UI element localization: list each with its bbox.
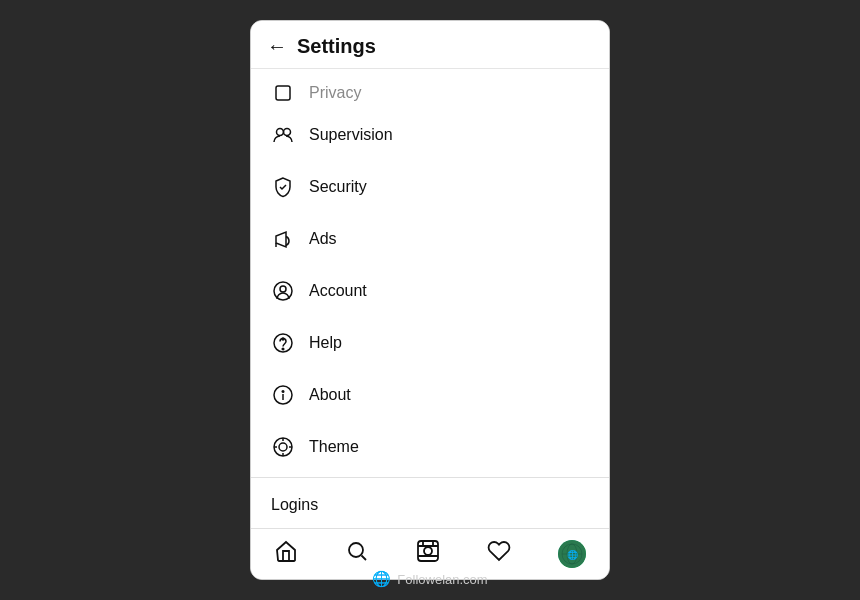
svg-point-8 — [282, 348, 284, 350]
menu-item-security[interactable]: Security — [251, 161, 609, 213]
menu-item-ads[interactable]: Ads — [251, 213, 609, 265]
nav-search-icon[interactable] — [345, 539, 369, 569]
about-label: About — [309, 386, 351, 404]
menu-item-about[interactable]: About — [251, 369, 609, 421]
svg-point-19 — [349, 543, 363, 557]
about-icon — [271, 383, 295, 407]
nav-avatar[interactable]: 🌐 — [558, 540, 586, 568]
supervision-icon — [271, 123, 295, 147]
svg-point-13 — [279, 443, 287, 451]
phone-container: ← Settings Privacy — [250, 20, 610, 580]
nav-reels-icon[interactable] — [416, 539, 440, 569]
svg-point-2 — [284, 129, 291, 136]
svg-point-11 — [282, 391, 284, 393]
svg-rect-0 — [276, 86, 290, 100]
watermark-globe-icon: 🌐 — [372, 570, 391, 588]
logins-label: Logins — [271, 496, 318, 514]
svg-point-5 — [280, 286, 286, 292]
menu-list: Privacy Supervision — [251, 69, 609, 528]
account-icon — [271, 279, 295, 303]
ads-icon — [271, 227, 295, 251]
settings-header: ← Settings — [251, 21, 609, 69]
back-button[interactable]: ← — [267, 35, 287, 58]
section-divider — [251, 477, 609, 478]
security-label: Security — [309, 178, 367, 196]
privacy-icon — [271, 81, 295, 105]
nav-home-icon[interactable] — [274, 539, 298, 569]
svg-rect-21 — [418, 541, 438, 561]
help-icon — [271, 331, 295, 355]
menu-item-help[interactable]: Help — [251, 317, 609, 369]
security-icon — [271, 175, 295, 199]
screen-wrapper: ← Settings Privacy — [0, 0, 860, 600]
help-label: Help — [309, 334, 342, 352]
menu-item-supervision[interactable]: Supervision — [251, 109, 609, 161]
ads-label: Ads — [309, 230, 337, 248]
svg-text:🌐: 🌐 — [566, 549, 578, 561]
svg-point-1 — [277, 129, 284, 136]
supervision-label: Supervision — [309, 126, 393, 144]
theme-label: Theme — [309, 438, 359, 456]
account-label: Account — [309, 282, 367, 300]
svg-line-20 — [362, 556, 367, 561]
page-title: Settings — [297, 35, 376, 58]
menu-item-logins[interactable]: Logins — [251, 482, 609, 528]
nav-heart-icon[interactable] — [487, 539, 511, 569]
svg-point-22 — [424, 547, 432, 555]
theme-icon — [271, 435, 295, 459]
watermark: 🌐 Followelan.com — [372, 570, 487, 588]
watermark-text: Followelan.com — [397, 572, 487, 587]
privacy-label: Privacy — [309, 84, 361, 102]
menu-item-account[interactable]: Account — [251, 265, 609, 317]
menu-item-theme[interactable]: Theme — [251, 421, 609, 473]
menu-item-privacy[interactable]: Privacy — [251, 69, 609, 109]
